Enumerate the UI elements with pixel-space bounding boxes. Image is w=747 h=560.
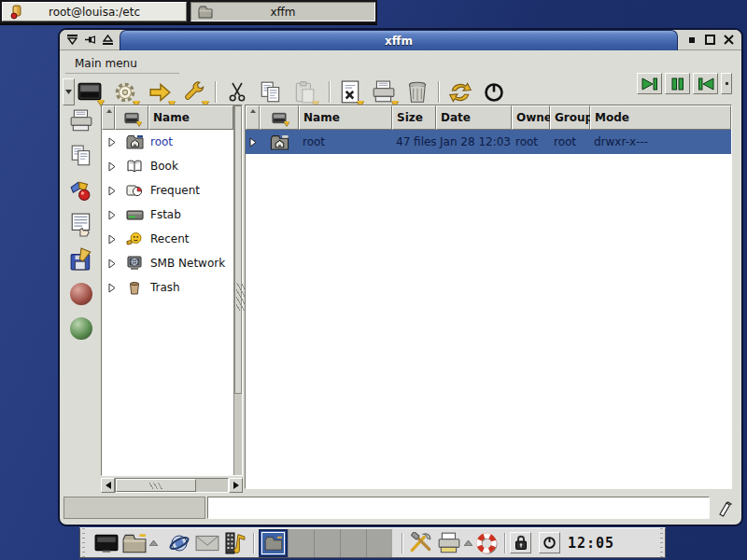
thumb-grip (149, 483, 162, 489)
file-row-root[interactable]: root 47 files Jan 28 12:03 root root drw… (246, 130, 731, 154)
tree-row-root[interactable]: root (102, 130, 233, 154)
scrollbar-trough[interactable] (115, 478, 229, 493)
scrollbar-thumb[interactable] (116, 479, 196, 492)
task-slot[interactable] (366, 529, 392, 557)
task-slot[interactable] (288, 529, 314, 557)
toolbar-separator (329, 81, 331, 103)
terminal-session-icon (8, 4, 25, 21)
column-size[interactable]: Size (392, 105, 436, 130)
files-icon-column[interactable] (260, 105, 299, 130)
tree-name-column[interactable]: Name (148, 105, 233, 130)
tree-row-trash[interactable]: Trash (102, 275, 233, 300)
cell-date: Jan 28 12:03 (436, 135, 512, 148)
files-sort-column[interactable] (246, 105, 260, 130)
expander-icon[interactable] (102, 283, 122, 293)
tree-sort-column[interactable] (102, 105, 115, 130)
terminal-tool-button[interactable] (76, 78, 104, 105)
column-date[interactable]: Date (436, 105, 512, 130)
copy-button[interactable] (257, 78, 285, 105)
run-icon[interactable] (68, 177, 94, 203)
panel-separator (504, 533, 506, 553)
panel-handle[interactable] (80, 528, 87, 557)
home-folder-icon (122, 134, 147, 149)
scrollbar-thumb[interactable] (234, 105, 242, 394)
tools-launcher[interactable] (407, 530, 435, 556)
taskbar-button-label: xffm (214, 6, 352, 19)
refresh-button[interactable] (446, 78, 474, 105)
help-lifebuoy-launcher[interactable] (472, 530, 500, 556)
print-tool-button[interactable] (370, 78, 398, 105)
top-taskbar: root@louisa:/etc xffm (0, 0, 377, 25)
go-tool-button[interactable] (147, 78, 175, 105)
iconify-icon[interactable] (684, 33, 698, 47)
chalk-clear-button[interactable] (713, 497, 736, 519)
popup-arrow-icon[interactable] (463, 540, 472, 546)
column-owner[interactable]: Owner (512, 105, 550, 130)
panel-clock: 12:05 (568, 535, 614, 552)
shade-icon[interactable] (101, 33, 114, 47)
printer-icon[interactable] (68, 108, 94, 134)
touch-icon[interactable] (68, 212, 94, 238)
media-launcher[interactable] (221, 530, 249, 556)
path-entry[interactable] (207, 497, 710, 519)
column-group[interactable]: Group (550, 105, 590, 130)
tree-row-recent[interactable]: Recent (102, 227, 233, 251)
expander-icon[interactable] (102, 161, 122, 172)
main-menu[interactable]: Main menu (71, 55, 141, 72)
expander-icon[interactable] (102, 234, 122, 245)
cell-mode: drwxr-x--- (590, 135, 731, 148)
taskbar-button-xffm[interactable]: xffm (190, 2, 375, 21)
gear-tool-button[interactable] (111, 78, 139, 105)
sphere-red-icon[interactable] (68, 281, 94, 307)
toolbar-collapse-button[interactable] (63, 78, 75, 105)
window-menu-icon[interactable] (65, 33, 78, 47)
window-title[interactable]: xffm (120, 30, 678, 50)
folder-icon (197, 4, 214, 21)
browser-globe-launcher[interactable] (165, 530, 193, 556)
titlebar[interactable]: xffm (60, 30, 741, 50)
mail-launcher[interactable] (193, 530, 221, 556)
task-slot[interactable] (314, 529, 340, 557)
status-box (63, 497, 205, 519)
tree-row-frequent[interactable]: Frequent (102, 178, 233, 203)
column-mode[interactable]: Mode (590, 105, 731, 130)
expander-icon[interactable] (102, 210, 122, 220)
cut-button[interactable] (223, 78, 251, 105)
paste-button[interactable] (290, 78, 318, 105)
terminal-launcher[interactable] (92, 530, 120, 556)
power-tool-button[interactable] (480, 78, 508, 105)
sticky-pin-icon[interactable] (83, 33, 96, 47)
maximize-icon[interactable] (703, 33, 717, 47)
tool-document-button[interactable] (336, 78, 364, 105)
tree-row-smb[interactable]: SMB Network (102, 251, 233, 275)
power-button[interactable] (539, 532, 560, 553)
taskbar-button-terminal[interactable]: root@louisa:/etc (2, 2, 187, 21)
tree-header: Name (102, 105, 233, 130)
tree-row-fstab[interactable]: Fstab (102, 203, 233, 227)
panel-handle[interactable] (658, 528, 665, 557)
trash-can-icon (122, 280, 147, 295)
expander-icon[interactable] (102, 186, 122, 196)
active-task-button[interactable] (259, 529, 288, 557)
folder-launcher[interactable] (120, 530, 148, 556)
expander-icon[interactable] (102, 259, 122, 269)
scroll-left-arrow[interactable] (101, 478, 115, 493)
close-icon[interactable] (722, 33, 736, 47)
tree-icon-column[interactable] (115, 105, 148, 130)
lock-button[interactable] (510, 532, 531, 553)
expander-icon[interactable] (102, 137, 122, 147)
column-name[interactable]: Name (299, 105, 392, 130)
tree-row-book[interactable]: Book (102, 154, 233, 178)
duplicate-icon[interactable] (68, 143, 94, 169)
scroll-right-arrow[interactable] (229, 478, 243, 493)
popup-arrow-icon[interactable] (148, 540, 158, 546)
print-launcher[interactable] (435, 530, 463, 556)
bottom-panel: 12:05 (79, 527, 666, 558)
panel-separator (253, 533, 255, 553)
trash-tool-button[interactable] (403, 78, 431, 105)
save-icon[interactable] (68, 246, 94, 273)
sphere-green-icon[interactable] (68, 315, 94, 342)
expander-icon[interactable] (246, 137, 260, 147)
wrench-tool-button[interactable] (180, 78, 208, 105)
task-slot[interactable] (340, 529, 366, 557)
